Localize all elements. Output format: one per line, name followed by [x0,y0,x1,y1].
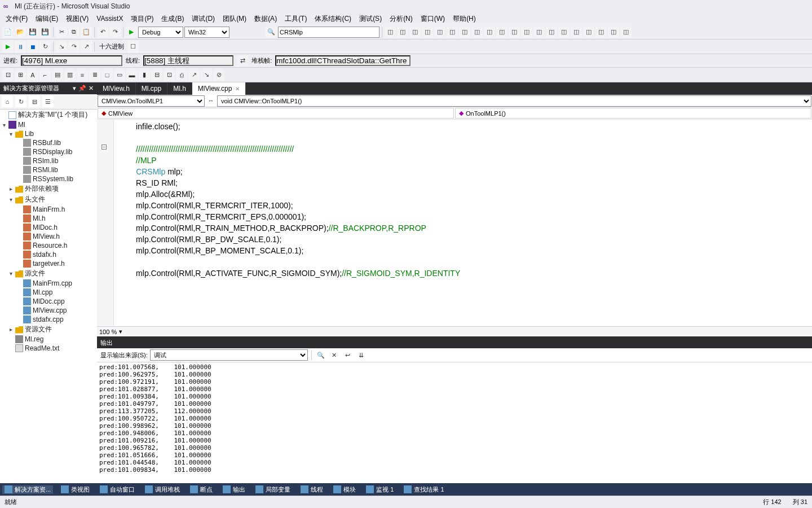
edit-toolbar-icon[interactable]: ▤ [52,69,63,81]
pin-icon[interactable]: 📌 [78,85,86,92]
tree-item[interactable]: Ml.cpp [0,288,97,297]
tree-item[interactable]: RSSystem.lib [0,174,97,183]
tree-item[interactable]: MlDoc.cpp [0,297,97,306]
toolbar-icon[interactable]: ◫ [509,27,520,38]
editor-tab[interactable]: MlView.h [97,82,136,95]
menu-item[interactable]: 编辑(E) [32,13,61,25]
menu-item[interactable]: 文件(F) [2,13,31,25]
tree-item[interactable]: stdafx.h [0,250,97,259]
code-editor[interactable]: infile.close(); ////////////////////////… [114,120,812,326]
tree-item[interactable]: MlView.cpp [0,306,97,315]
tree-item[interactable]: MainFrm.cpp [0,279,97,288]
pause-icon[interactable]: ⏸ [15,41,26,52]
toolbar-icon[interactable]: ◫ [571,27,582,38]
stepout-icon[interactable]: ↗ [81,41,92,52]
edit-toolbar-icon[interactable]: ⎙ [176,69,187,81]
home-icon[interactable]: ⌂ [2,96,13,107]
find-icon[interactable]: 🔍 [266,27,277,38]
expand-icon[interactable]: ▾ [1,122,7,128]
tree-item[interactable]: ▾源文件 [0,268,97,279]
toolbar-icon[interactable]: ◫ [459,27,470,38]
open-icon[interactable]: 📂 [15,27,26,38]
collapse-icon[interactable]: ⊟ [29,96,40,107]
tree-item[interactable]: targetver.h [0,259,97,268]
tree-item[interactable]: RSIm.lib [0,156,97,165]
out-scroll-icon[interactable]: ⇊ [356,349,367,361]
platform-dropdown[interactable]: Win32 [184,27,230,38]
cut-icon[interactable]: ✂ [56,27,67,38]
bottom-tab[interactable]: 模块 [331,485,358,494]
edit-toolbar-icon[interactable]: A [27,69,38,81]
menu-item[interactable]: 团队(M) [219,13,250,25]
new-icon[interactable]: 📄 [2,27,14,38]
fold-icon[interactable]: − [102,144,107,150]
toolbar-icon[interactable]: ◫ [521,27,532,38]
menu-item[interactable]: 体系结构(C) [311,13,355,25]
tree-item[interactable]: RSBuf.lib [0,138,97,147]
menu-item[interactable]: 工具(T) [281,13,310,25]
solution-tree[interactable]: 解决方案"Ml"(1 个项目)▾Ml▾LibRSBuf.libRSDisplay… [0,110,97,483]
bottom-tab[interactable]: 线程 [298,485,325,494]
toolbar-icon[interactable]: ◫ [583,27,594,38]
find-input[interactable] [278,27,379,38]
paste-icon[interactable]: 📋 [81,27,92,38]
menu-item[interactable]: 调试(D) [188,13,218,25]
tree-item[interactable]: ▾Ml [0,120,97,129]
edit-toolbar-icon[interactable]: ▥ [64,69,76,81]
bottom-tab[interactable]: 断点 [188,485,215,494]
refresh-icon[interactable]: ↻ [15,96,27,107]
toolbar-icon[interactable]: ◫ [496,27,508,38]
nav-scope[interactable]: CMlView.OnToolMLP1 [98,95,205,107]
stepinto-icon[interactable]: ↘ [56,41,67,52]
zoom-dropdown-icon[interactable]: ▾ [119,328,122,335]
edit-toolbar-icon[interactable]: ⌐ [39,69,51,81]
bottom-tab[interactable]: 调用堆栈 [143,485,182,494]
edit-toolbar-icon[interactable]: ▭ [114,69,125,81]
edit-toolbar-icon[interactable]: ▬ [126,69,138,81]
menu-item[interactable]: 分析(N) [386,13,416,25]
edit-toolbar-icon[interactable]: ▮ [139,69,150,81]
toolbar-icon[interactable]: ◫ [608,27,619,38]
toolbar-icon[interactable]: ◫ [620,27,632,38]
nav-class[interactable]: ◆CMlView [98,108,454,119]
edit-toolbar-icon[interactable]: ⊡ [164,69,175,81]
out-clear-icon[interactable]: ✕ [329,349,340,361]
config-dropdown[interactable]: Debug [138,27,183,38]
edit-toolbar-icon[interactable]: ⊟ [151,69,162,81]
tab-close-icon[interactable]: ✕ [235,86,240,92]
close-icon[interactable]: ✕ [89,85,94,92]
edit-toolbar-icon[interactable]: ⊞ [15,69,26,81]
editor-tab[interactable]: Ml.cpp [136,82,167,95]
bottom-tab[interactable]: 监视 1 [364,485,396,494]
nav-func[interactable]: ◆OnToolMLP1() [455,108,811,119]
menu-item[interactable]: 窗口(W) [417,13,448,25]
dropdown-icon[interactable]: ▾ [73,85,76,92]
editor-tab[interactable]: MlView.cpp✕ [192,82,246,95]
bottom-tab[interactable]: 局部变量 [253,485,293,494]
process-combo[interactable] [21,55,122,66]
stop-icon[interactable]: ⏹ [27,41,38,52]
nav-icon[interactable]: ↔ [205,95,217,106]
menu-item[interactable]: VAssistX [93,14,126,24]
stack-combo[interactable] [275,55,411,66]
edit-toolbar-icon[interactable]: ⊡ [2,69,14,81]
edit-toolbar-icon[interactable]: ↗ [188,69,200,81]
menu-item[interactable]: 数据(A) [251,13,280,25]
tree-item[interactable]: Resource.h [0,241,97,250]
tree-item[interactable]: MlDoc.h [0,223,97,232]
expand-icon[interactable]: ▾ [8,131,14,137]
bottom-tab[interactable]: 查找结果 1 [401,485,446,494]
redo-icon[interactable]: ↷ [109,27,121,38]
toolbar-icon[interactable]: ◫ [546,27,557,38]
undo-icon[interactable]: ↶ [97,27,108,38]
hex-toggle-icon[interactable]: ☐ [127,41,139,52]
play-icon[interactable]: ▶ [2,41,14,52]
properties-icon[interactable]: ☰ [42,96,54,107]
toolbar-icon[interactable]: ◫ [409,27,421,38]
expand-icon[interactable]: ▸ [8,326,14,332]
toolbar-icon[interactable]: ◫ [447,27,458,38]
tree-item[interactable]: 解决方案"Ml"(1 个项目) [0,110,97,120]
tree-item[interactable]: ▸资源文件 [0,324,97,335]
toolbar-icon[interactable]: ◫ [385,27,396,38]
menu-item[interactable]: 生成(B) [158,13,187,25]
